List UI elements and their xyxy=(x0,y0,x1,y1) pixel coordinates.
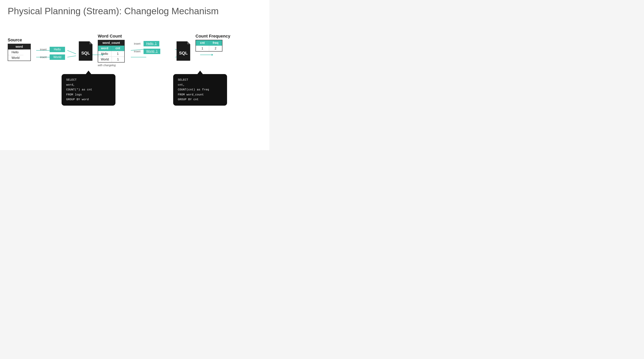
source-row-2: World xyxy=(8,55,30,60)
world-badge-left: World xyxy=(50,54,65,60)
svg-text:SQL: SQL xyxy=(179,50,188,56)
insert-row-world: insert World xyxy=(40,54,75,60)
col-header-word: word xyxy=(98,46,112,51)
source-cell-hello: Hello xyxy=(8,50,24,55)
source-cell-world: World xyxy=(8,55,24,60)
page: Physical Planning (Stream): Changelog Me… xyxy=(0,0,270,150)
word-count-section: Word Count word_count word cnt Hello 1 W… xyxy=(98,34,128,67)
col-header-cnt: cnt xyxy=(112,46,124,51)
count-freq-section: Count Frequency cnt freq 1 2 xyxy=(196,34,230,52)
count-freq-title: Count Frequency xyxy=(196,34,230,39)
source-table: word Hello World xyxy=(8,44,31,61)
source-table-header: word xyxy=(8,44,30,50)
hello-badge-left: Hello xyxy=(50,47,65,52)
source-section: Source word Hello World xyxy=(8,38,38,61)
sql-icon-right: SQL xyxy=(175,41,192,62)
freq-col-freq: freq xyxy=(209,40,222,46)
sql-left-line5: GROUP BY word xyxy=(66,98,89,101)
insert-label-right-1: insert xyxy=(134,42,142,45)
changelog-label: with changelog xyxy=(98,64,116,67)
count-freq-subheader: cnt freq xyxy=(196,40,222,46)
count-freq-table: cnt freq 1 2 xyxy=(196,40,222,52)
insert-label-hello: insert xyxy=(40,48,48,51)
wc-row-1: Hello 1 xyxy=(98,51,124,56)
source-title: Source xyxy=(8,38,22,42)
sql-left-line3: COUNT(*) as cnt xyxy=(66,88,92,92)
word-count-table-header: word_count xyxy=(98,40,124,46)
wc-cell-world: World xyxy=(98,57,112,62)
sql-left-line2: word, xyxy=(66,83,75,86)
sql-right-line5: GROUP BY cnt xyxy=(178,98,198,101)
freq-cell-cnt: 1 xyxy=(196,46,209,51)
insert-group-right: insert Hello, 1 insert World, 1 xyxy=(134,41,172,54)
insert-row-hello-1: insert Hello, 1 xyxy=(134,41,172,46)
sql-bubble-left: SELECT word, COUNT(*) as cnt FROM logs G… xyxy=(62,74,116,106)
diagram-row: Source word Hello World insert Hello xyxy=(8,26,262,121)
insert-row-hello: insert Hello xyxy=(40,47,75,52)
insert-group-left: insert Hello insert World xyxy=(40,47,75,60)
wc-cell-hello-cnt: 1 xyxy=(112,51,124,56)
sql-left-line1: SELECT xyxy=(66,78,76,82)
sql-icon-left: SQL xyxy=(77,41,94,62)
page-title: Physical Planning (Stream): Changelog Me… xyxy=(8,6,262,16)
insert-label-world: insert xyxy=(40,56,48,59)
sql-icon-right-wrap: SQL xyxy=(175,41,192,63)
sql-right-line2: cnt, xyxy=(178,83,185,86)
freq-col-cnt: cnt xyxy=(196,40,209,46)
svg-text:SQL: SQL xyxy=(81,50,90,56)
sql-icon-left-wrap: SQL xyxy=(77,41,94,63)
insert-row-world-1: insert World, 1 xyxy=(134,49,172,54)
hello-1-badge: Hello, 1 xyxy=(144,41,159,46)
svg-marker-18 xyxy=(187,41,190,44)
wc-row-2: World 1 xyxy=(98,56,124,62)
sql-right-line1: SELECT xyxy=(178,78,188,82)
main-diagram: Source word Hello World insert Hello xyxy=(8,26,262,121)
source-row-1: Hello xyxy=(8,50,30,55)
world-1-badge: World, 1 xyxy=(144,49,160,54)
freq-row-1: 1 2 xyxy=(196,46,222,51)
sql-bubble-right: SELECT cnt, COUNT(cnt) as freq FROM word… xyxy=(173,74,227,106)
sql-right-line3: COUNT(cnt) as freq xyxy=(178,88,209,92)
word-count-subheader: word cnt xyxy=(98,46,124,51)
word-count-title: Word Count xyxy=(98,34,122,39)
sql-left-line4: FROM logs xyxy=(66,93,82,96)
wc-cell-world-cnt: 1 xyxy=(112,57,124,62)
wc-cell-hello: Hello xyxy=(98,51,112,56)
freq-cell-freq: 2 xyxy=(209,46,222,51)
word-count-table: word_count word cnt Hello 1 World 1 xyxy=(98,40,125,62)
insert-label-right-2: insert xyxy=(134,50,142,53)
svg-marker-15 xyxy=(90,41,92,44)
sql-right-line4: FROM word_count xyxy=(178,93,204,96)
